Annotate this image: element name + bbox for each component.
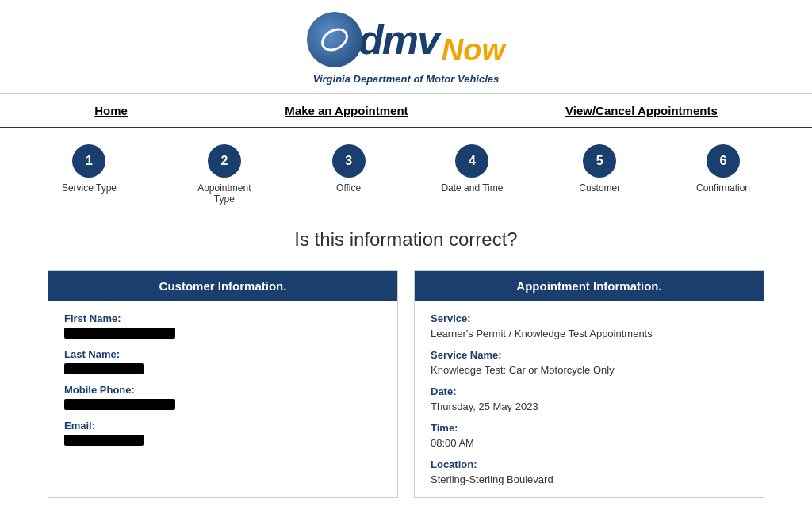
main-content: Customer Information. First Name: Last N… — [0, 270, 812, 510]
time-value: 08:00 AM — [431, 437, 748, 449]
step-5-circle: 5 — [583, 144, 616, 178]
service-name-label: Service Name: — [431, 349, 748, 361]
steps-container: 1 Service Type 2 Appointment Type 3 Offi… — [0, 128, 812, 213]
location-label: Location: — [431, 458, 748, 470]
appointment-info-header: Appointment Information. — [415, 271, 764, 301]
step-3: 3 Office — [332, 144, 366, 205]
email-value — [64, 435, 144, 446]
step-6-label: Confirmation — [696, 182, 750, 194]
service-label: Service: — [431, 313, 748, 324]
logo-now-text: Now — [442, 33, 505, 67]
location-value: Sterling-Sterling Boulevard — [431, 474, 748, 485]
logo-dmv-text: dmv — [358, 19, 439, 60]
nav-make-appointment[interactable]: Make an Appointment — [285, 104, 408, 117]
step-5-label: Customer — [579, 182, 620, 194]
step-6: 6 Confirmation — [696, 144, 750, 205]
step-2: 2 Appointment Type — [193, 144, 256, 205]
last-name-label: Last Name: — [64, 348, 381, 360]
step-4-circle: 4 — [455, 144, 488, 178]
logo: dmv Now — [307, 12, 505, 67]
date-value: Thursday, 25 May 2023 — [431, 401, 748, 412]
date-label: Date: — [431, 385, 748, 397]
step-6-circle: 6 — [707, 144, 740, 178]
last-name-value — [64, 363, 144, 374]
customer-info-header: Customer Information. — [48, 271, 397, 301]
step-5: 5 Customer — [579, 144, 620, 205]
appointment-info-box: Appointment Information. Service: Learne… — [414, 270, 764, 498]
page-title: Is this information correct? — [0, 228, 812, 251]
logo-circle — [307, 12, 362, 67]
step-3-circle: 3 — [332, 144, 366, 178]
step-2-circle: 2 — [208, 144, 241, 178]
navigation: Home Make an Appointment View/Cancel App… — [0, 94, 812, 128]
step-3-label: Office — [336, 182, 361, 194]
mobile-phone-label: Mobile Phone: — [64, 384, 381, 396]
email-label: Email: — [64, 420, 381, 431]
logo-subtitle: Virginia Department of Motor Vehicles — [0, 73, 812, 85]
step-1-circle: 1 — [72, 144, 105, 178]
step-4: 4 Date and Time — [441, 144, 503, 205]
step-1: 1 Service Type — [62, 144, 117, 205]
service-value: Learner's Permit / Knowledge Test Appoin… — [431, 328, 748, 339]
mobile-phone-value — [64, 399, 175, 410]
appointment-info-body: Service: Learner's Permit / Knowledge Te… — [415, 301, 764, 497]
nav-view-cancel[interactable]: View/Cancel Appointments — [565, 104, 718, 117]
customer-info-body: First Name: Last Name: Mobile Phone: Ema… — [48, 301, 397, 462]
first-name-label: First Name: — [64, 313, 381, 324]
step-2-label: Appointment Type — [193, 182, 256, 205]
customer-info-box: Customer Information. First Name: Last N… — [48, 270, 398, 498]
step-4-label: Date and Time — [441, 182, 503, 194]
first-name-value — [64, 328, 175, 339]
nav-home[interactable]: Home — [94, 104, 128, 117]
time-label: Time: — [431, 422, 748, 434]
step-1-label: Service Type — [62, 182, 117, 194]
service-name-value: Knowledge Test: Car or Motorcycle Only — [431, 364, 748, 376]
header: dmv Now Virginia Department of Motor Veh… — [0, 0, 812, 94]
